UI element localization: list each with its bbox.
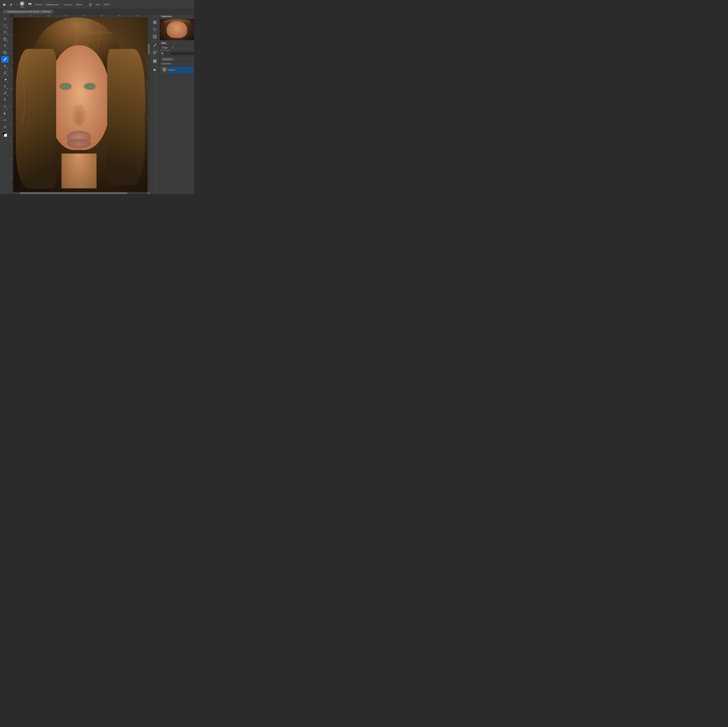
svg-rect-75 [153,35,156,38]
pin-label: Закрепить [161,63,171,65]
opacity-dropdown[interactable]: 100% ▾ [74,2,87,7]
svg-text:600: 600 [10,123,11,126]
svg-text:500: 500 [10,105,11,108]
svg-rect-6 [3,24,6,27]
tab-channels[interactable]: К [170,46,176,50]
history-panel-icon[interactable] [151,19,158,26]
layers-panel: Слои К 🔍 Мягкий св Закрепить [160,46,194,194]
svg-rect-3 [28,5,30,6]
eraser-tool[interactable]: ◣ [2,70,9,76]
brush-size-display: 400 [20,1,24,8]
layers-search-row: 🔍 [160,50,194,57]
svg-marker-83 [154,69,156,71]
brush-tool-topbar-icon[interactable] [8,2,14,8]
scrollbar-thumb-v[interactable] [148,44,150,54]
color-swatches[interactable] [2,131,9,137]
opacity-label: Непрозр.: [64,3,73,6]
svg-text:300: 300 [65,15,67,16]
mode-label: Режим: [35,3,43,6]
svg-text:400: 400 [83,15,85,16]
canvas-area[interactable] [13,17,150,194]
gradient-tool[interactable]: ◣ [2,76,9,83]
brush-options-arrow[interactable]: ▾ [15,2,18,8]
svg-rect-69 [153,21,154,22]
lasso-tool[interactable]: ◣ [2,29,9,35]
background-color[interactable] [4,134,7,137]
transform-tool[interactable] [2,49,9,56]
layers-search-input[interactable] [165,52,194,56]
home-button[interactable] [2,2,7,8]
right-collapse-button[interactable]: « [154,16,156,18]
hair-detail-overlay [13,17,147,192]
ruler-left: 100 200 300 400 500 600 [10,17,13,194]
airbrush-icon[interactable] [88,2,93,8]
navigator-preview [160,19,194,40]
pen-tool[interactable]: ◣ [2,90,9,96]
brush-size-value: 400 [21,6,24,8]
layer-filter-button[interactable]: Мягкий св [161,58,173,61]
brush-panel-icon[interactable] [151,42,158,49]
svg-point-74 [153,28,156,31]
clone-panel-icon[interactable] [151,49,158,56]
layer-item[interactable]: Слой 1 [161,66,193,74]
left-collapse[interactable]: » [1,11,2,13]
more-tools[interactable]: ••• [2,117,9,123]
canvas-with-ruler: 100 200 300 400 500 600 [10,17,150,194]
text-tool[interactable]: T [2,97,9,103]
path-selection-tool[interactable]: ◣ [2,104,9,110]
flow-label: Наж.: [95,3,101,6]
svg-text:200: 200 [10,52,11,55]
scrollbar-thumb-h[interactable] [20,192,127,194]
svg-text:700: 700 [136,15,138,16]
search-icon: 🔍 [161,52,164,55]
tab-layers[interactable]: Слои [160,46,170,50]
color-panel-icon[interactable] [151,26,158,33]
svg-text:100: 100 [29,15,32,16]
canvas-scrollbar-v[interactable] [147,17,150,192]
mode-chevron: ▾ [59,3,60,6]
tab-close-btn[interactable]: ✕ [4,11,6,13]
ruler-top: 100 200 300 400 500 600 700 [13,14,150,17]
opacity-chevron: ▾ [82,3,83,6]
brush-mode-icon[interactable] [27,2,33,8]
svg-point-0 [10,5,11,6]
svg-rect-71 [153,23,154,24]
canvas-wrapper: 100 200 300 400 500 600 700 [10,14,150,194]
layers-list: Слой 1 [160,66,194,194]
navigator-title: Навигато [161,15,172,18]
svg-rect-10 [3,51,4,52]
svg-text:100: 100 [10,34,11,37]
canvas-scrollbar-h[interactable] [13,192,147,194]
tab-title: VeleskaSchool.psd @ 50% (Слой 1, RGB/16)… [7,11,52,13]
canvas-image [13,17,147,192]
tab-bar: » ✕ VeleskaSchool.psd @ 50% (Слой 1, RGB… [0,9,194,14]
layers-tabs: Слои К [160,46,194,50]
flow-dropdown[interactable]: 100% ▾ [102,2,114,7]
layer-thumbnail [162,67,167,73]
healing-brush-tool[interactable]: ◣ [2,43,9,49]
svg-text:500: 500 [100,15,103,16]
brush-tool[interactable] [2,56,9,63]
table-panel-icon[interactable] [151,34,158,40]
dodge-tool[interactable]: ◣ [2,83,9,90]
svg-text:900: 900 [10,176,11,179]
layer-name: Слой 1 [168,69,192,71]
swatch-panel-icon[interactable] [151,58,158,64]
svg-rect-72 [155,23,156,24]
mode-dropdown[interactable]: Нормальный ▾ [44,2,61,7]
flow-chevron: ▾ [110,3,110,6]
navigator-panel-header: Навигато [160,14,194,18]
marquee-tool[interactable]: ◣ [2,22,9,29]
svg-rect-14 [3,79,6,80]
right-panel-area: « [150,14,194,194]
crop-tool[interactable]: ◣ [2,36,9,42]
svg-point-5 [89,3,92,6]
play-panel-icon[interactable] [151,67,158,73]
layer-swap-tool[interactable] [2,124,9,130]
svg-point-12 [4,60,5,61]
stamp-tool[interactable]: ◣ [2,63,9,69]
direct-select-tool[interactable] [2,110,9,116]
document-tab[interactable]: ✕ VeleskaSchool.psd @ 50% (Слой 1, RGB/1… [3,9,54,14]
move-tool[interactable] [2,16,9,22]
main-area: ◣ ◣ ◣ ◣ [0,14,194,194]
